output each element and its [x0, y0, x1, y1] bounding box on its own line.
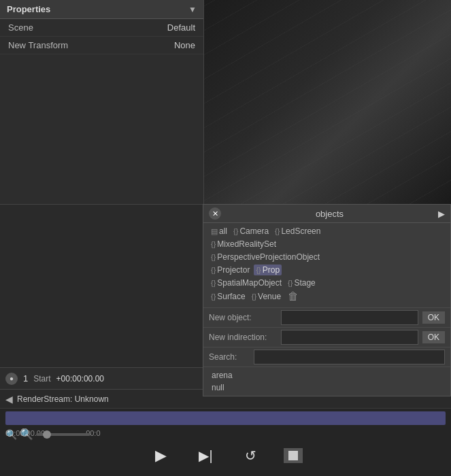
- tag-stage[interactable]: {} Stage: [286, 277, 318, 288]
- stop-button[interactable]: [284, 448, 303, 463]
- tag-row-5: {} SpatialMapObject {} Stage: [209, 277, 445, 288]
- tag-venue[interactable]: {} Venue: [250, 291, 283, 302]
- tag-surface[interactable]: {} Surface: [209, 291, 248, 302]
- new-transform-row: New Transform None: [0, 37, 203, 54]
- new-object-input[interactable]: [281, 310, 418, 325]
- tag-spatialmapobject[interactable]: {} SpatialMapObject: [209, 277, 284, 288]
- tag-row-4: {} Projector {} Prop: [209, 265, 445, 275]
- results-list: arena null: [203, 367, 450, 396]
- obj-icon-venue: {}: [252, 292, 256, 301]
- new-object-ok-button[interactable]: OK: [422, 311, 445, 324]
- tag-row-6: {} Surface {} Venue 🗑: [209, 290, 445, 303]
- rewind-button[interactable]: ↺: [239, 443, 263, 468]
- tag-venue-label: Venue: [258, 292, 281, 301]
- close-button[interactable]: ✕: [209, 207, 221, 220]
- obj-icon-projector: {}: [211, 266, 216, 274]
- properties-arrow-icon[interactable]: ▼: [188, 5, 197, 14]
- tag-surface-label: Surface: [217, 292, 245, 301]
- tag-all[interactable]: ▤ all: [209, 226, 229, 237]
- transport-controls: ▶ ▶| ↺: [0, 439, 451, 473]
- tag-row-1: ▤ all {} Camera {} LedScreen: [209, 226, 445, 237]
- obj-icon-camera: {}: [233, 227, 238, 235]
- properties-title: Properties: [7, 4, 50, 14]
- obj-icon-stage: {}: [288, 279, 293, 287]
- properties-header: Properties ▼: [0, 0, 203, 19]
- new-transform-value[interactable]: None: [174, 40, 195, 50]
- obj-icon-prop: {}: [256, 266, 261, 274]
- zoom-slider-thumb: [43, 430, 51, 439]
- tag-mrs-label: MixedRealitySet: [217, 239, 276, 249]
- object-picker-arrow-icon[interactable]: ▶: [438, 209, 445, 219]
- tag-mixedrealityset[interactable]: {} MixedRealitySet: [209, 239, 278, 250]
- viewport: [204, 0, 451, 204]
- timeline-track[interactable]: [5, 411, 446, 425]
- tag-projector-label: Projector: [217, 265, 250, 275]
- scene-label: Scene: [8, 22, 33, 33]
- delete-icon[interactable]: 🗑: [288, 290, 299, 303]
- scene-value[interactable]: Default: [167, 22, 195, 33]
- tag-stage-label: Stage: [294, 278, 315, 288]
- obj-icon-smo: {}: [211, 279, 216, 287]
- obj-icon-pp: {}: [211, 253, 216, 261]
- track-number: 1: [23, 373, 28, 384]
- tag-perspproj[interactable]: {} PerspectiveProjectionObject: [209, 252, 322, 262]
- tag-row-2: {} MixedRealitySet: [209, 239, 445, 250]
- tag-ledscreen[interactable]: {} LedScreen: [273, 226, 322, 237]
- new-indirection-input[interactable]: [281, 330, 418, 345]
- tag-ledscreen-label: LedScreen: [281, 226, 320, 236]
- result-item-arena[interactable]: arena: [209, 370, 445, 381]
- tag-pp-label: PerspectiveProjectionObject: [217, 252, 320, 262]
- zoom-slider[interactable]: [36, 433, 90, 436]
- list-icon: ▤: [211, 227, 218, 236]
- scene-row: Scene Default: [0, 19, 203, 37]
- object-picker-title: objects: [316, 209, 344, 219]
- result-item-null[interactable]: null: [209, 382, 445, 393]
- object-picker-dropdown: ✕ objects ▶ ▤ all {} Camera {} LedScreen: [203, 204, 451, 396]
- object-picker-header: ✕ objects ▶: [203, 205, 450, 223]
- new-object-label: New object:: [209, 313, 277, 322]
- search-label: Search:: [209, 352, 250, 362]
- tag-camera[interactable]: {} Camera: [231, 226, 271, 237]
- obj-icon-mrs: {}: [211, 240, 216, 248]
- eye-icon: ●: [5, 373, 18, 385]
- object-list: ▤ all {} Camera {} LedScreen {} MixedRea…: [203, 223, 450, 308]
- start-label: Start: [33, 374, 50, 384]
- arrow-left-icon[interactable]: ◀: [5, 394, 13, 405]
- tag-prop-label: Prop: [263, 265, 280, 275]
- tag-all-label: all: [219, 226, 227, 236]
- new-indirection-label: New indirection:: [209, 333, 277, 342]
- new-object-row: New object: OK: [203, 308, 450, 328]
- stop-icon: [288, 451, 298, 460]
- zoom-controls: 🔍 🔍: [5, 428, 90, 441]
- new-indirection-row: New indirection: OK: [203, 328, 450, 347]
- tag-row-3: {} PerspectiveProjectionObject: [209, 252, 445, 262]
- tag-smo-label: SpatialMapObject: [217, 278, 282, 288]
- new-transform-label: New Transform: [8, 40, 68, 50]
- time-value: +00:00:00.00: [56, 374, 104, 384]
- play-to-end-button[interactable]: ▶|: [194, 443, 218, 468]
- search-row: Search:: [203, 347, 450, 367]
- render-stream-label: RenderStream: Unknown: [17, 394, 109, 404]
- zoom-in-icon[interactable]: 🔍: [20, 428, 33, 441]
- obj-icon-ledscreen: {}: [275, 227, 280, 235]
- search-input[interactable]: [254, 350, 445, 364]
- play-button[interactable]: ▶: [149, 443, 173, 468]
- tag-projector[interactable]: {} Projector: [209, 265, 252, 275]
- properties-panel: Properties ▼ Scene Default New Transform…: [0, 0, 204, 204]
- tag-prop[interactable]: {} Prop: [254, 265, 282, 275]
- tag-camera-label: Camera: [239, 226, 269, 236]
- obj-icon-surface: {}: [211, 292, 216, 301]
- new-indirection-ok-button[interactable]: OK: [422, 331, 445, 343]
- zoom-out-icon[interactable]: 🔍: [5, 429, 17, 440]
